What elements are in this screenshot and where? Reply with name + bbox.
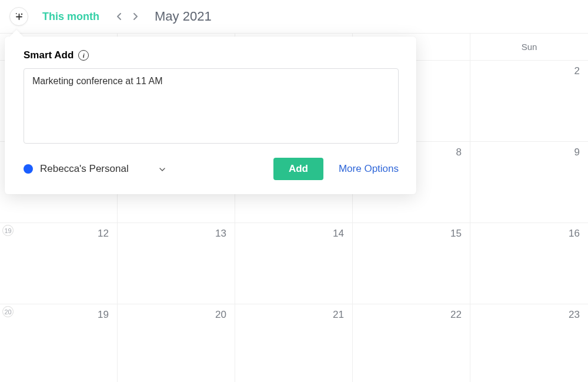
chevron-down-icon <box>159 164 165 174</box>
calendar-cell[interactable]: 9 <box>470 142 588 223</box>
calendar-name: Rebecca's Personal <box>40 163 129 175</box>
calendar-header: This month May 2021 <box>0 0 588 34</box>
date-number: 12 <box>98 228 109 240</box>
date-number: 9 <box>574 147 580 158</box>
calendar-cell[interactable]: 21 <box>235 304 353 382</box>
date-number: 21 <box>333 309 344 321</box>
this-month-link[interactable]: This month <box>42 11 99 23</box>
calendar-cell[interactable]: 16 <box>470 223 588 304</box>
popover-footer: Rebecca's Personal Add More Options <box>24 158 399 180</box>
chevron-left-icon <box>116 12 122 21</box>
month-title: May 2021 <box>155 9 212 24</box>
calendar-cell[interactable]: 23 <box>470 304 588 382</box>
date-number: 13 <box>215 228 226 240</box>
weekday-header: Sun <box>470 34 588 60</box>
date-number: 2 <box>574 65 580 77</box>
calendar-selector[interactable]: Rebecca's Personal <box>24 163 165 175</box>
calendar-cell[interactable]: 14 <box>235 223 353 304</box>
chevron-right-icon <box>132 12 139 21</box>
popover-header: Smart Add i <box>24 49 399 61</box>
smart-add-popover: Smart Add i Rebecca's Personal Add More … <box>5 36 416 194</box>
smart-add-input[interactable] <box>24 68 399 144</box>
date-number: 23 <box>569 309 580 321</box>
info-icon[interactable]: i <box>78 50 89 61</box>
calendar-color-dot <box>24 164 33 174</box>
calendar-cell[interactable]: 1912 <box>0 223 118 304</box>
calendar-cell[interactable]: 2019 <box>0 304 118 382</box>
week-number-badge: 19 <box>2 225 14 236</box>
month-nav <box>112 10 142 23</box>
date-number: 19 <box>98 309 109 321</box>
calendar-cell[interactable]: 13 <box>118 223 235 304</box>
date-number: 15 <box>450 228 462 240</box>
smart-add-button[interactable] <box>9 7 28 26</box>
add-button[interactable]: Add <box>273 158 323 180</box>
next-month-button[interactable] <box>129 10 142 23</box>
date-number: 22 <box>450 309 462 321</box>
calendar-cell[interactable]: 2 <box>470 61 588 142</box>
date-number: 16 <box>569 228 580 240</box>
svg-point-0 <box>21 13 22 14</box>
date-number: 8 <box>456 147 462 158</box>
more-options-link[interactable]: More Options <box>339 163 399 175</box>
calendar-cell[interactable]: 22 <box>353 304 470 382</box>
sparkle-plus-icon <box>14 12 24 22</box>
week-number-badge: 20 <box>2 306 14 317</box>
calendar-cell[interactable]: 15 <box>353 223 470 304</box>
calendar-cell[interactable]: 20 <box>118 304 235 382</box>
prev-month-button[interactable] <box>112 10 125 23</box>
popover-title: Smart Add <box>24 49 74 61</box>
svg-point-1 <box>15 13 16 14</box>
date-number: 20 <box>215 309 226 321</box>
date-number: 14 <box>333 228 344 240</box>
